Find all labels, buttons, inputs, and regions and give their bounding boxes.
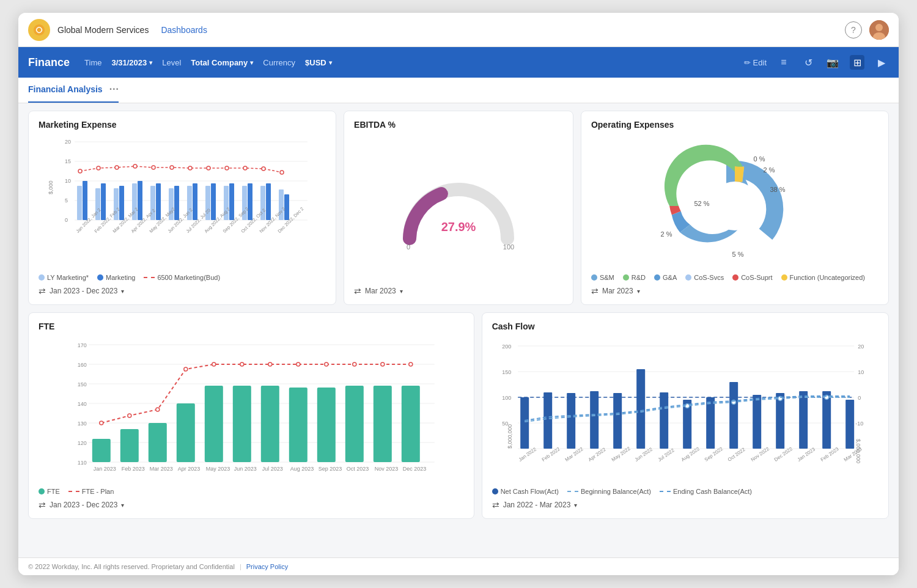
tab-financial-analysis[interactable]: Financial Analysis ⋯ [28,78,119,103]
svg-rect-90 [205,386,223,462]
svg-point-105 [296,362,300,366]
svg-point-104 [268,362,272,366]
marketing-footer[interactable]: ⇄ Jan 2023 - Dec 2023 ▾ [39,281,326,296]
level-filter[interactable]: Total Company ▾ [191,58,253,67]
marketing-expense-chart: 20 15 10 5 0 $,000 [39,134,326,271]
svg-text:100: 100 [502,395,511,401]
svg-text:Feb 2023: Feb 2023 [122,466,145,472]
user-avatar[interactable] [869,20,889,40]
svg-rect-147 [753,395,761,449]
grid-icon[interactable]: ⊞ [850,55,864,70]
svg-text:170: 170 [78,342,87,348]
svg-rect-33 [248,183,252,220]
svg-text:Oct 2023: Oct 2023 [347,466,369,472]
svg-rect-37 [284,194,289,220]
svg-rect-23 [156,183,161,220]
svg-point-107 [353,362,356,366]
svg-point-101 [184,367,188,371]
edit-button[interactable]: ✏ Edit [744,58,767,67]
app-footer: © 2022 Workday, Inc. All rights reserved… [18,557,899,575]
svg-point-48 [262,167,265,171]
svg-point-42 [152,166,155,169]
svg-text:0 %: 0 % [753,155,765,163]
time-label: Time [84,58,101,67]
svg-text:160: 160 [78,362,87,368]
svg-text:$,000,000: $,000,000 [507,424,513,449]
svg-text:$,000: $,000 [48,180,54,194]
video-icon[interactable]: ▶ [874,55,889,70]
opex-footer[interactable]: ⇄ Mar 2023 ▾ [591,281,878,296]
svg-text:52 %: 52 % [694,200,709,207]
svg-point-41 [133,164,137,168]
ebitda-footer[interactable]: ⇄ Mar 2023 ▾ [354,281,563,296]
fte-footer[interactable]: ⇄ Jan 2023 - Dec 2023 ▾ [39,495,464,510]
svg-rect-19 [119,186,124,220]
svg-point-103 [240,362,244,366]
svg-text:Dec 2023: Dec 2023 [403,466,427,472]
svg-text:Jul 2023: Jul 2023 [262,466,283,472]
svg-text:5 %: 5 % [732,251,743,258]
svg-rect-148 [776,393,784,449]
svg-text:10: 10 [65,178,71,184]
svg-text:140: 140 [78,401,87,407]
cashflow-legend: Net Cash Flow(Act) Beginning Balance(Act… [492,488,878,495]
copyright-text: © 2022 Workday, Inc. All rights reserved… [28,563,235,570]
level-label: Level [162,58,181,67]
row-1: Marketing Expense 20 15 10 5 0 $,000 [28,111,889,305]
svg-text:Aug 2023: Aug 2023 [290,466,314,472]
svg-point-106 [325,362,328,366]
tab-bar: Financial Analysis ⋯ [18,78,899,103]
svg-point-47 [243,166,247,170]
row-2: FTE 170 160 150 140 130 120 110 [28,312,889,519]
opex-legend: S&M R&D G&A CoS-Svcs CoS-Suprt Function … [591,274,878,281]
ebitda-card: EBITDA % 27.9% 0 100 ⇄ [344,111,573,305]
privacy-policy-link[interactable]: Privacy Policy [246,563,288,570]
help-icon[interactable]: ? [845,21,862,39]
svg-rect-140 [590,391,598,449]
svg-rect-35 [266,183,271,220]
top-nav: Global Modern Services Dashboards ? [18,13,899,47]
svg-rect-25 [174,186,179,220]
svg-rect-146 [729,382,738,449]
svg-text:2 %: 2 % [660,230,672,238]
svg-rect-15 [83,181,87,220]
svg-rect-142 [636,369,645,449]
svg-text:Jan 2023: Jan 2023 [94,466,116,472]
refresh-icon[interactable]: ↺ [801,55,816,70]
svg-rect-87 [120,429,139,462]
edit-icon: ✏ [744,58,751,67]
svg-point-98 [100,421,103,425]
svg-point-38 [78,169,82,173]
svg-text:100: 100 [503,243,514,251]
svg-point-40 [115,166,119,169]
svg-text:Sep 2023: Sep 2023 [319,466,342,472]
tab-options-icon[interactable]: ⋯ [109,76,119,102]
svg-rect-94 [317,388,336,462]
svg-rect-88 [149,423,167,462]
currency-filter[interactable]: $USD ▾ [305,58,332,67]
filter-icon[interactable]: ≡ [776,55,791,70]
svg-text:May 2023: May 2023 [206,466,230,472]
svg-rect-21 [138,181,142,220]
svg-rect-27 [193,183,197,220]
finance-title: Finance [28,56,70,69]
svg-text:27.9%: 27.9% [441,220,476,233]
camera-icon[interactable]: 📷 [825,55,840,70]
dashboard-grid: Marketing Expense 20 15 10 5 0 $,000 [18,103,899,557]
time-filter[interactable]: 3/31/2023 ▾ [111,58,152,67]
svg-rect-95 [345,386,364,462]
marketing-expense-card: Marketing Expense 20 15 10 5 0 $,000 [28,111,336,305]
svg-text:110: 110 [78,460,87,466]
svg-rect-141 [613,393,622,449]
svg-rect-137 [520,397,529,449]
cashflow-footer[interactable]: ⇄ Jan 2022 - Mar 2023 ▾ [492,495,878,510]
svg-rect-97 [402,386,420,462]
fte-legend: FTE FTE - Plan [39,488,464,495]
svg-text:20: 20 [65,139,71,145]
nav-dashboards[interactable]: Dashboards [161,25,207,35]
svg-rect-29 [211,183,216,220]
workday-logo [28,19,50,41]
svg-text:150: 150 [78,381,87,388]
svg-rect-151 [845,400,854,449]
svg-text:15: 15 [65,158,71,164]
